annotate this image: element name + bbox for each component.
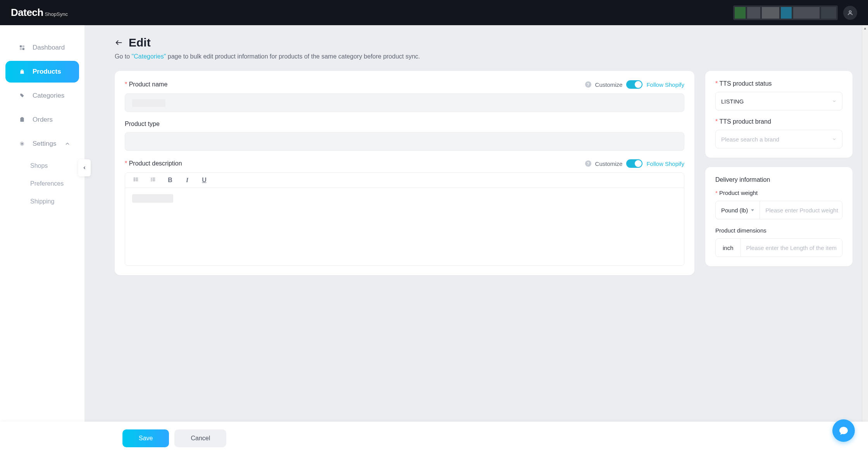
underline-button[interactable]: U xyxy=(200,177,208,184)
sidebar-item-label: Orders xyxy=(33,116,53,124)
svg-text:3: 3 xyxy=(151,180,152,182)
sidebar-item-categories[interactable]: Categories xyxy=(5,85,79,107)
brand-main: Datech xyxy=(11,7,43,19)
caret-down-icon xyxy=(751,209,754,211)
weight-unit-select[interactable]: Pound (lb) xyxy=(716,201,760,219)
main-content: Edit Go to "Categories" page to bulk edi… xyxy=(84,25,868,455)
chat-icon xyxy=(839,426,849,436)
brand-sub: ShopSync xyxy=(45,11,68,17)
sidebar-item-label: Dashboard xyxy=(33,44,65,52)
save-button[interactable]: Save xyxy=(122,429,169,447)
help-icon[interactable]: ? xyxy=(585,160,591,167)
sidebar-subitem-shops[interactable]: Shops xyxy=(0,157,84,175)
svg-point-13 xyxy=(134,181,134,181)
sidebar-subitem-preferences[interactable]: Preferences xyxy=(0,175,84,193)
tts-brand-placeholder: Please search a brand xyxy=(721,136,779,143)
footer-actions: Save Cancel xyxy=(0,422,868,455)
bag-icon xyxy=(19,68,26,75)
sidebar-item-label: Settings xyxy=(33,140,56,148)
follow-shopify-label: Follow Shopify xyxy=(646,160,684,167)
product-name-label: Product name xyxy=(125,81,167,88)
arrow-left-icon xyxy=(115,38,123,47)
dimension-unit: inch xyxy=(716,239,741,257)
product-type-input[interactable] xyxy=(125,132,684,151)
svg-rect-5 xyxy=(20,118,24,122)
weight-input-group: Pound (lb) xyxy=(715,201,842,219)
product-edit-card: Product name ? Customize Follow Shopify xyxy=(115,71,694,275)
rich-text-editor: 123 B I U xyxy=(125,172,684,266)
tts-brand-select[interactable]: Please search a brand xyxy=(715,130,842,148)
bullet-list-button[interactable] xyxy=(132,177,140,184)
header-redacted-area xyxy=(733,5,838,20)
dashboard-icon xyxy=(19,44,26,51)
user-icon xyxy=(847,10,853,16)
dimensions-label: Product dimensions xyxy=(715,227,842,234)
ordered-list-button[interactable]: 123 xyxy=(149,177,157,184)
product-description-label: Product description xyxy=(125,160,182,167)
bullet-list-icon xyxy=(133,177,139,182)
svg-point-9 xyxy=(134,178,134,178)
weight-label: Product weight xyxy=(715,190,842,196)
sidebar-subitem-shipping[interactable]: Shipping xyxy=(0,193,84,210)
brand-logo: Datech ShopSync xyxy=(11,7,68,19)
svg-rect-4 xyxy=(22,48,24,50)
sidebar-item-settings[interactable]: Settings xyxy=(5,133,79,155)
redacted-value xyxy=(132,99,165,107)
customize-label: Customize xyxy=(595,81,623,88)
chevron-down-icon xyxy=(832,99,837,103)
header-right xyxy=(733,5,857,20)
editor-content[interactable] xyxy=(125,188,684,265)
tts-status-select[interactable]: LISTING xyxy=(715,92,842,110)
sidebar-item-orders[interactable]: Orders xyxy=(5,109,79,131)
orders-icon xyxy=(19,116,26,123)
svg-rect-2 xyxy=(22,45,24,47)
product-description-toggle[interactable] xyxy=(626,159,642,168)
vertical-scrollbar[interactable]: ▲ ▼ xyxy=(862,25,868,449)
length-input-group: inch xyxy=(715,238,842,257)
product-type-label: Product type xyxy=(125,121,160,128)
status-brand-card: TTS product status LISTING TTS product b… xyxy=(705,71,852,158)
product-name-toggle[interactable] xyxy=(626,80,642,89)
length-input[interactable] xyxy=(741,239,842,257)
follow-shopify-label: Follow Shopify xyxy=(646,81,684,88)
sidebar-item-label: Categories xyxy=(33,92,64,100)
redacted-value xyxy=(132,194,173,203)
sidebar-item-products[interactable]: Products xyxy=(5,61,79,83)
delivery-title: Delivery information xyxy=(715,176,842,183)
svg-point-11 xyxy=(134,179,134,179)
sidebar-item-dashboard[interactable]: Dashboard xyxy=(5,37,79,59)
tts-brand-label: TTS product brand xyxy=(715,118,842,125)
info-text: Go to "Categories" page to bulk edit pro… xyxy=(115,53,852,60)
svg-rect-6 xyxy=(21,117,23,118)
cancel-button[interactable]: Cancel xyxy=(174,429,226,447)
help-icon[interactable]: ? xyxy=(585,81,591,88)
chevron-up-icon xyxy=(64,141,71,147)
editor-toolbar: 123 B I U xyxy=(125,173,684,188)
svg-point-0 xyxy=(849,10,851,12)
tts-status-value: LISTING xyxy=(721,98,744,105)
tag-icon xyxy=(19,92,26,99)
product-name-input[interactable] xyxy=(125,93,684,112)
italic-button[interactable]: I xyxy=(183,177,191,184)
chevron-down-icon xyxy=(832,137,837,141)
ordered-list-icon: 123 xyxy=(150,177,156,182)
page-title: Edit xyxy=(129,36,151,49)
gear-icon xyxy=(19,140,26,147)
categories-link[interactable]: "Categories" xyxy=(132,53,166,60)
svg-rect-3 xyxy=(20,48,22,50)
sidebar: Dashboard Products Categories Orders xyxy=(0,25,84,455)
profile-button[interactable] xyxy=(843,6,857,20)
bold-button[interactable]: B xyxy=(166,177,174,184)
customize-label: Customize xyxy=(595,160,623,167)
tts-status-label: TTS product status xyxy=(715,80,842,87)
back-button[interactable] xyxy=(115,38,123,47)
sidebar-item-label: Products xyxy=(33,68,61,76)
delivery-card: Delivery information Product weight Poun… xyxy=(705,167,852,266)
svg-rect-1 xyxy=(20,45,22,47)
weight-input[interactable] xyxy=(760,201,842,219)
app-header: Datech ShopSync xyxy=(0,0,868,25)
chat-button[interactable] xyxy=(832,419,855,442)
